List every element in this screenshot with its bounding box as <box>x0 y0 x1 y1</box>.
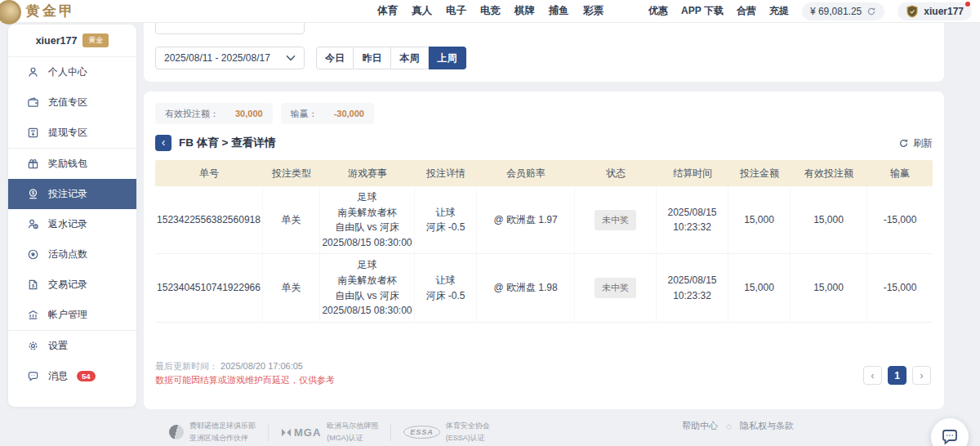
link-promotions[interactable]: 优惠 <box>648 4 668 18</box>
nav-esports[interactable]: 电竞 <box>480 4 501 18</box>
prev-page-button[interactable]: ‹ <box>863 366 882 385</box>
nav-cards[interactable]: 棋牌 <box>514 4 535 18</box>
col-bet-detail: 投注详情 <box>415 160 477 186</box>
sidebar-item-transaction-records[interactable]: $ 交易记录 <box>8 270 136 300</box>
withdraw-icon <box>26 127 39 140</box>
settle-clock: 10:23:32 <box>673 220 711 235</box>
sidebar-item-label: 投注记录 <box>48 187 87 201</box>
event-sport: 足球 <box>358 257 377 273</box>
sidebar-item-messages[interactable]: 消息 54 <box>8 361 136 391</box>
sidebar-item-personal-center[interactable]: 个人中心 <box>8 57 136 87</box>
back-button[interactable]: ‹ <box>155 135 172 151</box>
cell-bet-amount: 15,000 <box>728 186 791 254</box>
cell-order-no: 1523422556382560918 <box>155 186 263 254</box>
sidebar-item-rebate-records[interactable]: $ 返水记录 <box>8 209 136 239</box>
brand-name: 黄金甲 <box>26 2 75 20</box>
footer-links: 帮助中心 ◇ 隐私权与条款 <box>682 420 794 432</box>
sidebar-item-reward-wallet[interactable]: 奖励钱包 <box>8 149 136 179</box>
win-loss-summary: 输赢： -30,000 <box>281 103 374 124</box>
cell-bet-detail: 让球 河床 -0.5 <box>415 186 477 254</box>
brand-logo[interactable]: 黄金甲 <box>8 2 180 20</box>
yesterday-button[interactable]: 昨日 <box>354 47 391 69</box>
col-status: 状态 <box>575 160 657 186</box>
refresh-button[interactable]: 刷新 <box>898 136 933 150</box>
nav-slots[interactable]: 电子 <box>446 4 466 18</box>
help-center-link[interactable]: 帮助中心 <box>682 420 718 432</box>
last-updated-value: 2025/08/20 17:06:05 <box>220 361 303 371</box>
sidebar-item-settings[interactable]: 设置 <box>8 331 136 361</box>
cell-odds: @ 欧洲盘 1.98 <box>477 254 575 322</box>
privacy-terms-link[interactable]: 隐私权与条款 <box>740 420 794 432</box>
svg-text:$: $ <box>34 225 37 229</box>
link-app-download[interactable]: APP 下载 <box>681 4 724 18</box>
sidebar-item-account-management[interactable]: 帐户管理 <box>8 300 136 330</box>
cell-valid-amount: 15,000 <box>791 186 867 254</box>
status-badge: 未中奖 <box>595 278 636 298</box>
sidebar-item-activity-points[interactable]: 活动点数 <box>8 239 136 270</box>
nav-live[interactable]: 真人 <box>412 4 432 18</box>
nav-lottery[interactable]: 彩票 <box>583 4 604 18</box>
event-teams: 自由队 vs 河床 <box>335 288 399 304</box>
sidebar-item-deposit[interactable]: 充值专区 <box>8 87 136 118</box>
col-settle-time: 结算时间 <box>657 160 728 186</box>
page-footer: 费耶诺德足球俱乐部 亚洲区域合作伙伴 MGA 欧洲马尔他牌照 (MGA)认证 E… <box>0 413 980 446</box>
filter-input-partial[interactable] <box>155 23 305 34</box>
table-footnotes: 最后更新时间： 2025/08/20 17:06:05 数据可能因结算或游戏维护… <box>155 359 335 388</box>
link-partnership[interactable]: 合营 <box>737 4 756 18</box>
event-time: 2025/08/15 08:30:00 <box>322 235 412 251</box>
gift-icon <box>26 158 39 171</box>
col-order-no: 单号 <box>155 160 263 186</box>
today-button[interactable]: 今日 <box>316 47 354 69</box>
sidebar-item-label: 奖励钱包 <box>48 157 87 171</box>
date-range-value: 2025/08/11 - 2025/08/17 <box>164 52 270 64</box>
win-loss-value: -30,000 <box>334 109 364 118</box>
user-menu[interactable]: xiuer177 <box>898 2 972 20</box>
page-1-button[interactable]: 1 <box>888 366 906 385</box>
filter-panel: 2025/08/11 - 2025/08/17 今日 昨日 本周 上周 <box>144 23 944 82</box>
date-range-select[interactable]: 2025/08/11 - 2025/08/17 <box>155 47 305 69</box>
quick-date-buttons: 今日 昨日 本周 上周 <box>316 47 466 69</box>
table-header-row: 单号 投注类型 游戏赛事 投注详情 会员赔率 状态 结算时间 投注金额 有效投注… <box>155 160 933 186</box>
col-valid-amount: 有效投注额 <box>791 160 867 186</box>
chevron-down-icon <box>286 55 296 61</box>
bet-records-table: 单号 投注类型 游戏赛事 投注详情 会员赔率 状态 结算时间 投注金额 有效投注… <box>155 160 933 323</box>
pagination: ‹ 1 › <box>863 366 931 385</box>
next-page-button[interactable]: › <box>912 366 931 385</box>
this-week-button[interactable]: 本周 <box>391 47 429 69</box>
avatar-shield-icon <box>906 5 919 18</box>
status-badge: 未中奖 <box>595 210 636 230</box>
chat-icon <box>940 427 960 446</box>
page-title: FB 体育 > 查看详情 <box>179 136 275 150</box>
last-week-button[interactable]: 上周 <box>429 47 466 69</box>
col-bet-amount: 投注金额 <box>728 160 791 186</box>
nav-fishing[interactable]: 捕鱼 <box>549 4 569 18</box>
bet-market: 让球 <box>436 205 456 221</box>
mga-logo-text: MGA <box>294 426 321 439</box>
bet-selection: 河床 -0.5 <box>425 288 465 304</box>
partner-name: 欧洲马尔他牌照 <box>327 420 378 432</box>
mga-partner: MGA 欧洲马尔他牌照 (MGA)认证 <box>281 420 378 445</box>
sidebar-item-label: 交易记录 <box>48 278 87 292</box>
wallet-icon <box>26 96 39 109</box>
partner-logos: 费耶诺德足球俱乐部 亚洲区域合作伙伴 MGA 欧洲马尔他牌照 (MGA)认证 E… <box>169 420 490 445</box>
valid-bet-summary: 有效投注额： 30,000 <box>155 103 273 124</box>
sidebar-item-bet-records[interactable]: $ 投注记录 <box>8 179 136 209</box>
table-row: 1523422556382560918 单关 足球 南美解放者杯 自由队 vs … <box>155 186 933 254</box>
valid-bet-value: 30,000 <box>235 109 263 118</box>
refresh-label: 刷新 <box>913 136 933 150</box>
balance-pill[interactable]: ¥ 69,081.25 <box>802 2 884 20</box>
nav-sports[interactable]: 体育 <box>377 4 398 18</box>
bet-record-icon: $ <box>26 188 39 201</box>
link-deposit-withdraw[interactable]: 充提 <box>769 4 789 18</box>
sidebar-item-label: 提现专区 <box>48 126 87 140</box>
footer-link-separator: ◇ <box>726 422 732 430</box>
cell-event: 足球 南美解放者杯 自由队 vs 河床 2025/08/15 08:30:00 <box>320 254 415 322</box>
chat-support-button[interactable] <box>931 418 969 446</box>
club-logo-icon <box>169 425 184 439</box>
bet-market: 让球 <box>436 273 456 288</box>
cell-status: 未中奖 <box>575 186 657 254</box>
refresh-icon[interactable] <box>866 7 876 16</box>
partner-desc: (ESSA)认证 <box>446 432 490 444</box>
sidebar-item-withdraw[interactable]: 提现专区 <box>8 118 136 148</box>
summary-row: 有效投注额： 30,000 输赢： -30,000 <box>155 103 933 124</box>
